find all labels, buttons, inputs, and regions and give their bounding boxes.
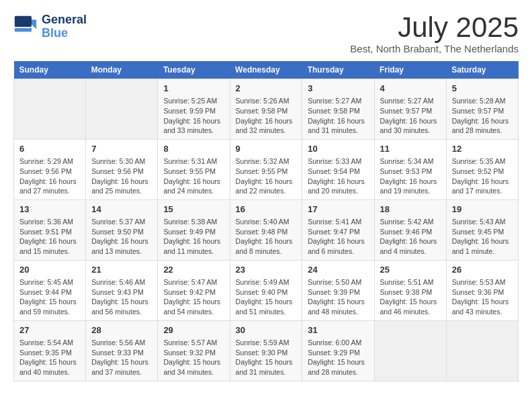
sunrise: Sunrise: 5:33 AM xyxy=(308,156,368,167)
sunrise: Sunrise: 5:36 AM xyxy=(19,217,80,227)
calendar-cell: 6 Sunrise: 5:29 AM Sunset: 9:56 PM Dayli… xyxy=(14,139,86,199)
calendar-cell: 30 Sunrise: 5:59 AM Sunset: 9:30 PM Dayl… xyxy=(230,320,302,381)
day-number: 19 xyxy=(452,203,513,216)
logo: General Blue xyxy=(13,13,87,40)
calendar-table: Sunday Monday Tuesday Wednesday Thursday… xyxy=(13,61,519,381)
logo-line2: Blue xyxy=(42,26,68,40)
calendar-week-row: 6 Sunrise: 5:29 AM Sunset: 9:56 PM Dayli… xyxy=(14,139,519,199)
sunrise: Sunrise: 5:42 AM xyxy=(380,217,441,227)
sunrise: Sunrise: 5:41 AM xyxy=(308,217,368,227)
daylight: Daylight: 16 hours and 17 minutes. xyxy=(452,177,513,196)
sunrise: Sunrise: 5:51 AM xyxy=(380,277,441,287)
sunset: Sunset: 9:30 PM xyxy=(236,348,297,358)
location: Best, North Brabant, The Netherlands xyxy=(350,43,519,54)
day-number: 29 xyxy=(163,324,224,336)
daylight: Daylight: 16 hours and 19 minutes. xyxy=(380,177,441,196)
sunrise: Sunrise: 5:54 AM xyxy=(19,338,80,348)
day-number: 16 xyxy=(236,203,297,216)
day-number: 6 xyxy=(19,143,80,155)
sunset: Sunset: 9:45 PM xyxy=(452,227,513,237)
daylight: Daylight: 16 hours and 4 minutes. xyxy=(380,236,441,256)
svg-rect-3 xyxy=(15,28,32,32)
daylight: Daylight: 16 hours and 8 minutes. xyxy=(236,236,297,256)
day-number: 1 xyxy=(163,83,224,95)
sunset: Sunset: 9:33 PM xyxy=(91,348,152,358)
sunset: Sunset: 9:44 PM xyxy=(19,287,80,298)
sunrise: Sunrise: 5:31 AM xyxy=(163,156,224,167)
calendar-cell xyxy=(14,79,86,140)
sunset: Sunset: 9:29 PM xyxy=(308,348,368,358)
day-number: 31 xyxy=(308,324,368,336)
calendar-week-row: 1 Sunrise: 5:25 AM Sunset: 9:59 PM Dayli… xyxy=(14,79,519,140)
day-number: 21 xyxy=(91,264,152,276)
daylight: Daylight: 15 hours and 31 minutes. xyxy=(236,357,297,377)
daylight: Daylight: 16 hours and 25 minutes. xyxy=(91,177,152,196)
sunrise: Sunrise: 5:50 AM xyxy=(308,277,368,287)
logo-text: General Blue xyxy=(42,13,87,40)
calendar-cell: 25 Sunrise: 5:51 AM Sunset: 9:38 PM Dayl… xyxy=(374,260,446,320)
sunrise: Sunrise: 5:30 AM xyxy=(91,156,152,167)
day-number: 2 xyxy=(236,83,297,95)
day-number: 12 xyxy=(452,143,513,155)
daylight: Daylight: 16 hours and 30 minutes. xyxy=(380,116,441,136)
day-number: 10 xyxy=(308,143,368,155)
calendar-cell xyxy=(446,320,518,381)
day-number: 27 xyxy=(19,324,80,336)
calendar-cell: 7 Sunrise: 5:30 AM Sunset: 9:56 PM Dayli… xyxy=(86,139,158,199)
sunset: Sunset: 9:40 PM xyxy=(236,287,297,298)
sunrise: Sunrise: 5:27 AM xyxy=(308,96,368,106)
sunrise: Sunrise: 5:32 AM xyxy=(236,156,297,167)
calendar-week-row: 20 Sunrise: 5:45 AM Sunset: 9:44 PM Dayl… xyxy=(14,260,519,320)
daylight: Daylight: 16 hours and 20 minutes. xyxy=(308,177,368,196)
daylight: Daylight: 15 hours and 43 minutes. xyxy=(452,297,513,316)
sunrise: Sunrise: 5:40 AM xyxy=(236,217,297,227)
header-thursday: Thursday xyxy=(302,61,374,79)
day-number: 7 xyxy=(91,143,152,155)
calendar-cell: 3 Sunrise: 5:27 AM Sunset: 9:58 PM Dayli… xyxy=(302,79,374,140)
sunrise: Sunrise: 5:28 AM xyxy=(452,96,513,106)
sunrise: Sunrise: 5:26 AM xyxy=(236,96,297,106)
sunset: Sunset: 9:46 PM xyxy=(380,227,441,237)
svg-rect-2 xyxy=(15,16,32,27)
sunset: Sunset: 9:47 PM xyxy=(308,227,368,237)
sunset: Sunset: 9:58 PM xyxy=(236,106,297,116)
daylight: Daylight: 15 hours and 46 minutes. xyxy=(380,297,441,316)
daylight: Daylight: 16 hours and 6 minutes. xyxy=(308,236,368,256)
sunrise: Sunrise: 6:00 AM xyxy=(308,338,368,348)
daylight: Daylight: 16 hours and 33 minutes. xyxy=(163,116,224,136)
sunset: Sunset: 9:38 PM xyxy=(380,287,441,298)
day-number: 9 xyxy=(236,143,297,155)
sunset: Sunset: 9:59 PM xyxy=(163,106,224,116)
day-number: 22 xyxy=(163,264,224,276)
daylight: Daylight: 15 hours and 40 minutes. xyxy=(19,357,80,377)
day-number: 13 xyxy=(19,203,80,216)
sunset: Sunset: 9:42 PM xyxy=(163,287,224,298)
sunset: Sunset: 9:54 PM xyxy=(308,167,368,177)
calendar-cell: 26 Sunrise: 5:53 AM Sunset: 9:36 PM Dayl… xyxy=(446,260,518,320)
day-number: 15 xyxy=(163,203,224,216)
daylight: Daylight: 16 hours and 27 minutes. xyxy=(19,177,80,196)
day-number: 4 xyxy=(380,83,441,95)
sunset: Sunset: 9:35 PM xyxy=(19,348,80,358)
calendar-cell: 16 Sunrise: 5:40 AM Sunset: 9:48 PM Dayl… xyxy=(230,199,302,260)
calendar-cell: 23 Sunrise: 5:49 AM Sunset: 9:40 PM Dayl… xyxy=(230,260,302,320)
sunset: Sunset: 9:39 PM xyxy=(308,287,368,298)
sunrise: Sunrise: 5:43 AM xyxy=(452,217,513,227)
calendar-cell: 28 Sunrise: 5:56 AM Sunset: 9:33 PM Dayl… xyxy=(86,320,158,381)
sunrise: Sunrise: 5:25 AM xyxy=(163,96,224,106)
day-number: 25 xyxy=(380,264,441,276)
daylight: Daylight: 16 hours and 28 minutes. xyxy=(452,116,513,136)
calendar-cell: 15 Sunrise: 5:38 AM Sunset: 9:49 PM Dayl… xyxy=(158,199,230,260)
calendar-cell: 9 Sunrise: 5:32 AM Sunset: 9:55 PM Dayli… xyxy=(230,139,302,199)
day-number: 24 xyxy=(308,264,368,276)
sunrise: Sunrise: 5:38 AM xyxy=(163,217,224,227)
sunset: Sunset: 9:57 PM xyxy=(380,106,441,116)
calendar-week-row: 13 Sunrise: 5:36 AM Sunset: 9:51 PM Dayl… xyxy=(14,199,519,260)
calendar-cell: 18 Sunrise: 5:42 AM Sunset: 9:46 PM Dayl… xyxy=(374,199,446,260)
calendar-cell: 24 Sunrise: 5:50 AM Sunset: 9:39 PM Dayl… xyxy=(302,260,374,320)
sunrise: Sunrise: 5:35 AM xyxy=(452,156,513,167)
day-number: 23 xyxy=(236,264,297,276)
day-number: 5 xyxy=(452,83,513,95)
daylight: Daylight: 15 hours and 56 minutes. xyxy=(91,297,152,316)
logo-icon xyxy=(13,15,38,39)
